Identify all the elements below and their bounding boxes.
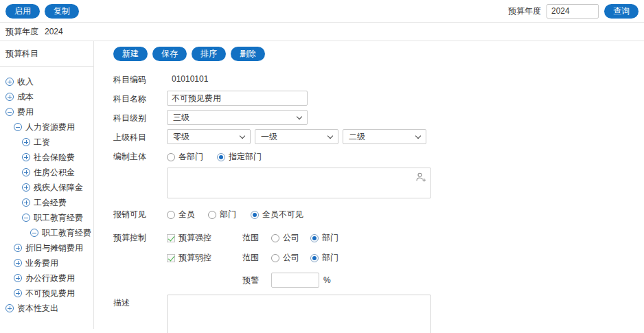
budget-control-label: 预算控制 [113, 229, 167, 244]
radio-option-hidden-from-all[interactable]: 全员不可见 [251, 209, 303, 220]
tree-item-depreciation[interactable]: 折旧与摊销费用 [0, 240, 93, 255]
tree-item-income[interactable]: 收入 [0, 74, 93, 89]
radio-option-label: 全员 [179, 209, 195, 220]
budget-year-input[interactable] [547, 4, 599, 19]
tree-item-social-insurance[interactable]: 社会保险费 [0, 150, 93, 165]
tree-item-housing-fund[interactable]: 住房公积金 [0, 165, 93, 180]
subject-tree: 收入 成本 费用 人力资源费用 工资 社会保险费 住房公积金 残疾人保障金 工会… [0, 67, 93, 316]
weak-control-checkbox[interactable]: 预算弱控 [167, 252, 242, 264]
checkbox-label: 预算弱控 [179, 252, 211, 264]
plus-circle-icon[interactable] [22, 138, 30, 146]
radio-option-department[interactable]: 部门 [208, 209, 251, 220]
radio-selected-icon[interactable] [310, 234, 319, 242]
radio-icon[interactable] [271, 234, 279, 242]
save-button[interactable]: 保存 [152, 47, 187, 61]
scope-label: 范围 [242, 252, 271, 264]
tree-item-capital-expenditure[interactable]: 资本性支出 [0, 301, 93, 316]
plus-circle-icon[interactable] [5, 93, 14, 101]
designated-department-picker[interactable] [167, 168, 431, 198]
budget-subject-sidebar: 预算科目 收入 成本 费用 人力资源费用 工资 社会保险费 住房公积金 残疾人保… [0, 41, 94, 329]
budget-year-label: 预算年度 [508, 5, 541, 17]
tree-item-office-admin-expense[interactable]: 办公行政费用 [0, 271, 93, 286]
radio-option-department[interactable]: 部门 [310, 252, 338, 264]
subject-detail-panel: 新建 保存 排序 删除 科目编码 01010101 科目名称 科目级别 三级 上… [94, 41, 644, 329]
checkbox-checked-icon[interactable] [167, 234, 175, 242]
tree-item-label: 职工教育经费 [42, 227, 91, 239]
minus-circle-icon[interactable] [30, 229, 38, 237]
plus-circle-icon[interactable] [22, 168, 30, 176]
tree-item-staff-education-child[interactable]: 职工教育经费 [0, 225, 93, 240]
radio-selected-icon[interactable] [310, 254, 319, 262]
radio-selected-icon[interactable] [251, 211, 259, 219]
radio-option-designated-departments[interactable]: 指定部门 [217, 151, 262, 163]
strong-control-checkbox[interactable]: 预算强控 [167, 232, 242, 244]
tree-item-union-fund[interactable]: 工会经费 [0, 195, 93, 210]
radio-option-department[interactable]: 部门 [310, 232, 338, 244]
copy-button[interactable]: 复制 [45, 4, 79, 19]
radio-option-company[interactable]: 公司 [271, 252, 299, 264]
budget-year-summary: 预算年度 2024 [0, 23, 644, 41]
plus-circle-icon[interactable] [22, 198, 30, 207]
radio-selected-icon[interactable] [217, 153, 225, 161]
parent-level2-select[interactable]: 二级 [343, 129, 426, 144]
tree-item-label: 职工教育经费 [34, 212, 83, 224]
enable-button[interactable]: 启用 [5, 4, 40, 19]
subject-name-input[interactable] [167, 91, 308, 106]
subject-level-select[interactable]: 三级 [167, 110, 308, 125]
budget-year-summary-value: 2024 [45, 27, 63, 36]
subject-code-value: 01010101 [167, 71, 208, 84]
plus-circle-icon[interactable] [14, 274, 22, 282]
plus-circle-icon[interactable] [5, 78, 14, 86]
checkbox-checked-icon[interactable] [167, 254, 175, 262]
delete-button[interactable]: 删除 [231, 47, 265, 61]
tree-item-business-expense[interactable]: 业务费用 [0, 255, 93, 271]
new-button[interactable]: 新建 [113, 47, 148, 61]
minus-circle-icon[interactable] [5, 108, 14, 116]
sort-button[interactable]: 排序 [192, 47, 226, 61]
query-button[interactable]: 查询 [604, 4, 639, 19]
plus-circle-icon[interactable] [5, 304, 14, 312]
tree-item-salary[interactable]: 工资 [0, 135, 93, 150]
tree-item-label: 费用 [17, 106, 34, 118]
subject-code-label: 科目编码 [113, 71, 167, 86]
plus-circle-icon[interactable] [14, 244, 22, 252]
radio-option-everyone[interactable]: 全员 [167, 209, 208, 220]
radio-icon[interactable] [271, 254, 279, 262]
tree-item-label: 资本性支出 [17, 303, 58, 314]
parent-level1-select[interactable]: 一级 [255, 129, 338, 144]
plus-circle-icon[interactable] [22, 153, 30, 161]
tree-item-label: 住房公积金 [34, 167, 75, 179]
radio-option-label: 部门 [220, 209, 236, 220]
warning-threshold-input[interactable] [271, 273, 319, 288]
tree-item-label: 社会保险费 [34, 152, 75, 163]
plus-circle-icon[interactable] [14, 289, 22, 297]
radio-icon[interactable] [167, 153, 175, 161]
tree-item-disability-fund[interactable]: 残疾人保障金 [0, 180, 93, 195]
description-textarea[interactable] [167, 295, 431, 333]
radio-option-label: 全员不可见 [262, 209, 303, 220]
plus-circle-icon[interactable] [14, 259, 22, 267]
minus-circle-icon[interactable] [22, 214, 30, 222]
tree-item-label: 不可预见费用 [25, 288, 75, 299]
scope-label: 范围 [242, 232, 271, 244]
tree-item-label: 办公行政费用 [25, 273, 75, 284]
subject-name-label: 科目名称 [113, 91, 167, 105]
parent-level1-selected-value: 一级 [261, 131, 277, 143]
tree-item-cost[interactable]: 成本 [0, 89, 93, 104]
minus-circle-icon[interactable] [14, 123, 22, 131]
radio-icon[interactable] [208, 211, 216, 219]
radio-option-all-departments[interactable]: 各部门 [167, 151, 203, 163]
tree-item-unforeseen-expense[interactable]: 不可预见费用 [0, 286, 93, 301]
tree-item-expense[interactable]: 费用 [0, 104, 93, 119]
add-person-icon[interactable] [415, 172, 426, 185]
radio-option-company[interactable]: 公司 [271, 232, 299, 244]
sidebar-title: 预算科目 [0, 41, 93, 67]
plus-circle-icon[interactable] [22, 183, 30, 192]
radio-icon[interactable] [167, 211, 175, 219]
radio-option-label: 公司 [283, 252, 299, 264]
subject-level-selected-value: 三级 [173, 112, 189, 124]
tree-item-staff-education[interactable]: 职工教育经费 [0, 210, 93, 225]
parent-level0-select[interactable]: 零级 [167, 129, 251, 144]
chevron-down-icon [327, 133, 333, 138]
tree-item-hr-expense[interactable]: 人力资源费用 [0, 119, 93, 135]
